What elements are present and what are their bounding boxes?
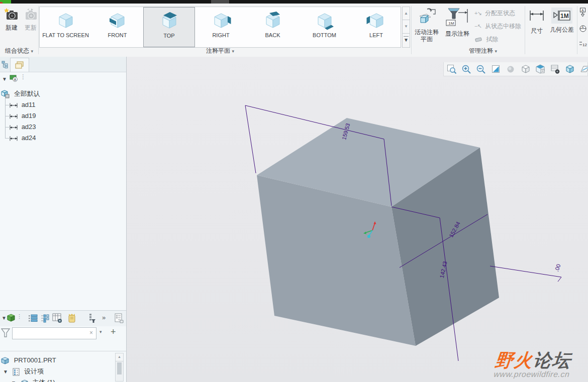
tree-settings-icon[interactable] xyxy=(28,314,38,323)
gallery-scroll-column: ▲ ▼ ▼ xyxy=(402,7,410,48)
design-items-icon xyxy=(13,368,21,376)
tree-item-part[interactable]: PRT0001.PRT xyxy=(1,355,56,366)
scrollbar-up-button[interactable]: ▲ xyxy=(116,353,123,361)
gallery-scroll-up-button[interactable]: ▲ xyxy=(402,7,410,20)
expander-icon[interactable]: ▼ xyxy=(3,369,8,374)
dimension-value[interactable]: .00 xyxy=(553,263,562,272)
tree-item-ad11[interactable]: ad11 xyxy=(10,99,36,110)
annotation-plane-gallery: FLAT TO SCREEN FRONT xyxy=(39,7,401,48)
update-button-disabled[interactable]: 更新 xyxy=(21,8,40,32)
view-bottom[interactable]: BOTTOM xyxy=(299,7,350,47)
model-tree-tab-icon xyxy=(2,61,8,68)
view-back[interactable]: BACK xyxy=(247,7,299,47)
search-options-dropdown[interactable]: ▾ xyxy=(100,329,102,334)
model-canvas[interactable]: 159.53 142.43 152.84 .00 xyxy=(127,57,588,382)
creo-annotate-window: 新建 更新 组合状态 ▾ xyxy=(0,0,588,382)
assign-to-state-icon: +↘ xyxy=(474,10,481,16)
tree-connector xyxy=(5,98,6,138)
tree-item-ad24[interactable]: ad24 xyxy=(10,133,36,144)
tree-item-ad23[interactable]: ad23 xyxy=(10,121,36,133)
camera-update-icon xyxy=(23,8,38,22)
view-flat-to-screen[interactable]: FLAT TO SCREEN xyxy=(40,7,91,47)
annotation-display-icon[interactable]: A xyxy=(9,74,18,82)
scrollbar-thumb[interactable] xyxy=(117,362,122,374)
view-right[interactable]: RIGHT xyxy=(195,7,247,47)
chevron-down-icon: ▾ xyxy=(31,49,33,54)
expander-icon[interactable]: ▼ xyxy=(11,380,16,382)
view-cube-left-icon xyxy=(366,11,386,31)
chevron-down-icon: ▾ xyxy=(495,49,497,54)
tree-connector xyxy=(5,116,9,116)
driven-dimension-icon xyxy=(10,136,18,141)
tree-item-body-clipped[interactable]: ▼ 主体 (1) xyxy=(11,377,55,382)
scroll-up-icon: ▲ xyxy=(118,355,121,358)
show-annotations-button[interactable]: .1M 显示注释 xyxy=(442,8,472,38)
eraser-icon xyxy=(474,37,482,43)
navigator-panel: ▼ A ⋮ 全部默认 xyxy=(0,57,127,382)
new-annotation-feature-icon[interactable] xyxy=(67,313,77,323)
view-left[interactable]: LEFT xyxy=(350,7,402,47)
ribbon-divider xyxy=(38,6,39,54)
datum-feature-icon: A xyxy=(579,8,586,17)
layer-tree-tab-selected[interactable] xyxy=(10,58,29,72)
tree-item-ad19[interactable]: ad19 xyxy=(10,110,36,121)
filter-funnel-icon[interactable] xyxy=(1,328,10,338)
solid-model-icon[interactable] xyxy=(7,314,16,322)
tree-search-input[interactable] xyxy=(12,327,96,339)
svg-text:A: A xyxy=(582,26,584,29)
model-tree-tab[interactable] xyxy=(1,58,9,71)
annotation-tree-collapse-button[interactable]: ▼ xyxy=(2,74,7,83)
tree-item-design-items[interactable]: ▼ 设计项 xyxy=(3,366,44,377)
view-cube-back-icon xyxy=(263,11,283,31)
tree-columns-icon[interactable] xyxy=(52,313,63,323)
combined-state-icon xyxy=(1,90,10,98)
graphics-area[interactable]: xy 159.53 142.43 xyxy=(127,57,588,382)
view-top-selected[interactable]: TOP xyxy=(143,7,195,47)
svg-text:1M: 1M xyxy=(560,13,569,20)
datum-feature-button-clipped[interactable]: A 基 xyxy=(579,8,588,18)
driven-dimension-icon xyxy=(10,103,18,108)
svg-text:.1M: .1M xyxy=(447,21,454,26)
tree-item-all-default[interactable]: 全部默认 xyxy=(1,88,40,99)
active-annotation-plane-icon xyxy=(416,8,438,27)
ordinate-dimension-button-clipped[interactable]: 12 纵 xyxy=(579,39,588,49)
manage-annotations-group-footer[interactable]: 管理注释 ▾ xyxy=(441,47,525,55)
erase-button-disabled[interactable]: 拭除 xyxy=(474,35,526,46)
toolbar-overflow-button[interactable]: » xyxy=(102,314,106,321)
combined-states-group-footer[interactable]: 组合状态 ▾ xyxy=(0,47,38,55)
tree-filters-icon[interactable] xyxy=(40,314,50,323)
view-front[interactable]: FRONT xyxy=(91,7,143,47)
driven-dimension-icon xyxy=(10,125,18,130)
plus-icon: + xyxy=(111,327,116,337)
model-tree-scrollbar[interactable]: ▲ xyxy=(115,353,124,381)
assign-to-state-button-disabled[interactable]: +↘ 分配至状态 xyxy=(474,9,526,20)
tree-report-icon[interactable] xyxy=(114,313,124,323)
gallery-scroll-down-button[interactable]: ▼ xyxy=(402,20,410,34)
filter-tree-icon[interactable] xyxy=(85,313,95,323)
geometric-tolerance-button[interactable]: 1M 几何公差 xyxy=(548,8,576,34)
dimension-button[interactable]: 尺寸 xyxy=(527,8,547,35)
annotation-plane-group-footer[interactable]: 注释平面 ▾ xyxy=(39,47,401,55)
datum-target-icon: A xyxy=(579,25,587,33)
scroll-down-icon: ▼ xyxy=(404,24,408,29)
remove-from-state-button-disabled[interactable]: −↖ 从状态中移除 xyxy=(474,22,526,33)
ribbon-divider xyxy=(525,6,525,54)
datum-target-button-clipped[interactable]: A 基 xyxy=(579,24,588,34)
update-label: 更新 xyxy=(21,24,40,32)
add-filter-button[interactable]: + xyxy=(111,327,116,337)
tree-pane-collapse-button[interactable]: ▼ xyxy=(2,315,7,321)
ribbon-annotate-tab: 新建 更新 组合状态 ▾ xyxy=(0,4,588,57)
search-clear-icon[interactable]: × xyxy=(89,329,93,336)
toolbar-dots: ⋮ xyxy=(17,313,22,320)
view-cube-flat-icon xyxy=(56,11,76,31)
new-combined-state-button[interactable]: 新建 xyxy=(2,8,21,32)
watermark: 野火论坛 www.proewildfire.cn xyxy=(487,351,578,379)
dimension-icon xyxy=(528,8,545,25)
cube-model[interactable] xyxy=(257,118,499,346)
chevron-down-icon: ▾ xyxy=(100,329,102,334)
gallery-expand-icon: ▼ xyxy=(404,36,409,43)
gallery-expand-button[interactable]: ▼ xyxy=(402,34,410,48)
active-annotation-plane-button[interactable]: 活动注释 平面 xyxy=(413,8,440,43)
tree-options-dots[interactable]: ⋮ xyxy=(20,73,26,80)
watermark-brand: 野火论坛 xyxy=(488,351,578,370)
